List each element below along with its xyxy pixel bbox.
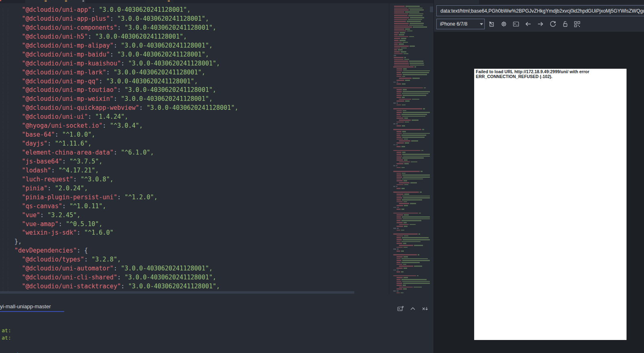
json-key: "base-64" xyxy=(22,131,55,138)
json-value: "3.0.0-4030620241128001", xyxy=(121,95,212,102)
minimap-mark xyxy=(417,275,419,277)
json-value: "3.0.0-4030620241128001", xyxy=(147,104,239,111)
settings-gear-icon[interactable] xyxy=(500,20,507,28)
minimap-mark xyxy=(402,72,429,73)
minimap-mark xyxy=(404,159,408,161)
minimap-mark xyxy=(394,21,406,22)
minimap-mark xyxy=(402,125,405,126)
json-value: "1.4.24", xyxy=(95,113,128,120)
preview-tab-bar xyxy=(479,0,644,4)
minimap-mark xyxy=(402,237,429,238)
minimap-mark xyxy=(403,285,406,286)
json-punctuation: : xyxy=(91,6,99,13)
qr-code-icon[interactable] xyxy=(573,20,581,28)
json-punctuation: : xyxy=(117,24,124,31)
minimap-mark xyxy=(399,224,409,225)
json-value: "3.0.0-4030620241128001", xyxy=(106,78,198,85)
minimap-mark xyxy=(414,266,423,267)
json-punctuation: : xyxy=(84,256,91,263)
tab-text-descender xyxy=(168,0,170,2)
tab-text-descender xyxy=(65,0,67,2)
minimap-mark xyxy=(404,184,408,185)
json-key: "vue" xyxy=(22,211,40,219)
minimap-mark xyxy=(401,51,406,52)
json-punctuation: : xyxy=(102,122,110,129)
minimap-mark xyxy=(397,285,402,286)
preview-tab-active[interactable] xyxy=(434,0,479,4)
code-line: "luch-request": "^3.0.8", xyxy=(7,175,239,184)
minimap-mark xyxy=(397,214,403,216)
url-input[interactable] xyxy=(436,5,644,16)
minimap-mark xyxy=(412,78,420,79)
minimap-mark xyxy=(403,222,407,223)
minimap-mark xyxy=(403,247,408,248)
minimap-mark xyxy=(403,283,430,284)
minimap-mark xyxy=(403,68,407,70)
open-external-icon[interactable] xyxy=(488,20,495,28)
minimap-mark xyxy=(404,214,409,216)
minimap-mark xyxy=(401,292,403,294)
minimap-mark xyxy=(402,173,405,174)
minimap-mark xyxy=(401,209,405,210)
back-arrow-icon[interactable] xyxy=(525,20,532,28)
json-key: "lodash" xyxy=(22,167,51,174)
minimap-mark xyxy=(393,108,422,109)
minimap-mark xyxy=(397,76,401,77)
editor-tab-active[interactable] xyxy=(25,0,85,3)
minimap-mark xyxy=(397,102,398,104)
minimap-mark xyxy=(401,146,405,147)
forward-arrow-icon[interactable] xyxy=(537,20,544,28)
minimap-mark xyxy=(403,243,406,244)
minimap-mark xyxy=(401,262,420,263)
json-key: "@dcloudio/uni-h5" xyxy=(22,33,88,40)
json-punctuation: : xyxy=(88,33,95,40)
collapse-up-icon[interactable] xyxy=(409,305,416,312)
minimap-mark xyxy=(399,161,410,163)
json-value: "3.0.0-4030620241128001", xyxy=(128,283,220,290)
lock-open-icon[interactable] xyxy=(562,20,569,28)
minimap-mark xyxy=(397,290,398,292)
minimap-mark xyxy=(403,288,407,290)
minimap-mark xyxy=(397,97,401,98)
minimap[interactable] xyxy=(389,0,430,297)
code-editor[interactable]: "@dcloudio/uni-app": "3.0.0-403062024112… xyxy=(0,3,429,294)
code-line: "@dcloudio/uni-automator": "3.0.0-403062… xyxy=(7,264,239,273)
code-line: }, xyxy=(7,238,239,246)
minimap-mark xyxy=(397,262,401,263)
minimap-mark xyxy=(399,266,413,267)
json-punctuation: : xyxy=(113,42,121,49)
json-punctuation: : xyxy=(117,86,124,94)
code-line: "@dcloudio/uni-cli-shared": "3.0.0-40306… xyxy=(7,273,239,282)
device-selector[interactable]: iPhone 6/7/8 xyxy=(436,19,485,29)
json-punctuation: : xyxy=(113,265,121,272)
code-line: "pinia-plugin-persist-uni": "^1.2.0", xyxy=(7,193,239,202)
minimap-mark xyxy=(405,100,410,102)
error-message-line2: ERR_CONNECTION_REFUSED (-102). xyxy=(476,74,627,79)
minimap-mark xyxy=(394,42,402,43)
minimap-mark xyxy=(401,167,405,168)
minimap-mark xyxy=(407,21,421,22)
json-value: "3.0.0-4030620241128001", xyxy=(125,24,217,31)
json-value: "3.0.0-4030620241128001", xyxy=(117,51,209,58)
minimap-mark xyxy=(405,11,419,13)
console-icon[interactable] xyxy=(512,20,520,28)
minimap-mark xyxy=(402,157,424,159)
json-punctuation: : xyxy=(77,229,84,236)
close-panel-icon[interactable] xyxy=(421,305,429,312)
minimap-mark xyxy=(397,154,401,155)
horizontal-scrollbar-thumb[interactable] xyxy=(0,291,354,294)
minimap-mark xyxy=(405,142,409,144)
console-tab-label[interactable]: yi-mall-uniapp-master xyxy=(0,303,51,309)
minimap-mark xyxy=(423,108,425,109)
device-viewport[interactable]: Failed to load URL http://172.18.9.49:29… xyxy=(474,69,627,340)
new-terminal-icon[interactable] xyxy=(397,305,404,312)
code-line: "@dcloudio/uni-stacktracey": "3.0.0-4030… xyxy=(7,282,239,291)
json-value: "^1.0.0", xyxy=(62,131,95,138)
json-punctuation: : xyxy=(88,113,95,120)
code-line: "@dcloudio/uni-mp-kuaishou": "3.0.0-4030… xyxy=(7,59,239,68)
refresh-icon[interactable] xyxy=(549,20,557,28)
minimap-mark xyxy=(419,213,421,214)
minimap-mark xyxy=(394,48,400,49)
minimap-mark xyxy=(407,31,412,32)
vertical-scrollbar-thumb[interactable] xyxy=(430,7,433,12)
